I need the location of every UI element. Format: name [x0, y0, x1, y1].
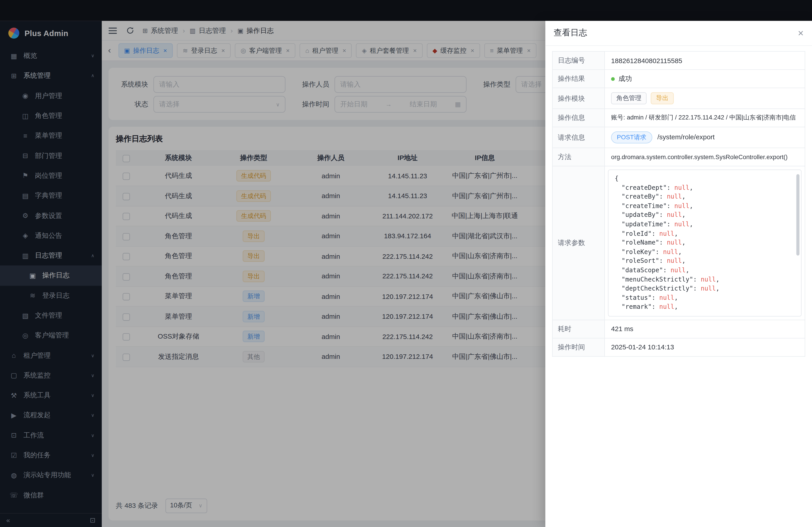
code-key: "roleKey":: [622, 248, 663, 255]
code-comma: ,: [689, 221, 693, 228]
detail-value: 角色管理导出: [605, 88, 805, 109]
detail-value: 账号: admin / 研发部门 / 222.175.114.242 / 中国|…: [605, 109, 805, 127]
detail-label: 操作时间: [552, 338, 605, 356]
code-value: null: [670, 267, 686, 274]
code-line: "dataScope": null,: [615, 266, 795, 275]
log-detail-drawer: 查看日志 × 日志编号1882612840802115585操作结果成功操作模块…: [546, 21, 812, 527]
detail-row-module: 操作模块角色管理导出: [552, 88, 805, 109]
code-comma: ,: [689, 202, 693, 209]
code-value: null: [667, 211, 682, 219]
code-line: "roleName": null,: [615, 239, 795, 248]
code-comma: ,: [689, 184, 693, 191]
code-comma: ,: [682, 239, 686, 246]
code-line: "updateBy": null,: [615, 211, 795, 220]
detail-row-duration: 耗时421 ms: [552, 320, 805, 338]
code-value: null: [675, 184, 690, 191]
code-line: "remark": null,: [615, 303, 795, 312]
code-value: null: [675, 202, 690, 209]
code-value: null: [667, 257, 682, 265]
code-key: "remark":: [622, 303, 659, 311]
code-comma: ,: [716, 285, 720, 292]
code-key: "createTime":: [622, 202, 675, 209]
code-key: "createBy":: [622, 193, 667, 200]
code-comma: ,: [682, 211, 686, 219]
code-line: "roleSort": null,: [615, 257, 795, 266]
code-line: "status": null,: [615, 293, 795, 303]
detail-label: 耗时: [552, 320, 605, 338]
code-key: "updateBy":: [622, 211, 667, 219]
code-line: "roleId": null,: [615, 229, 795, 239]
code-value: null: [659, 303, 675, 311]
http-method-tag: POST请求: [611, 132, 652, 144]
request-url: /system/role/export: [657, 133, 714, 141]
detail-row-request: 请求信息POST请求/system/role/export: [552, 127, 805, 148]
code-line: "deptCheckStrictly": null,: [615, 284, 795, 293]
detail-label: 操作信息: [552, 109, 605, 127]
code-scrollbar[interactable]: [796, 174, 800, 256]
module-tag: 角色管理: [611, 92, 647, 104]
detail-label: 方法: [552, 148, 605, 166]
detail-row-time: 操作时间2025-01-24 10:14:13: [552, 338, 805, 356]
detail-value: POST请求/system/role/export: [605, 127, 805, 148]
detail-row-result: 操作结果成功: [552, 70, 805, 88]
code-line: "menuCheckStrictly": null,: [615, 275, 795, 284]
code-comma: ,: [678, 248, 682, 255]
code-comma: ,: [686, 267, 690, 274]
code-line: {: [615, 174, 795, 183]
drawer-body: 日志编号1882612840802115585操作结果成功操作模块角色管理导出操…: [546, 46, 812, 527]
code-value: null: [659, 294, 675, 301]
code-value: null: [659, 230, 675, 237]
drawer-header: 查看日志 ×: [546, 21, 812, 46]
code-value: null: [701, 276, 716, 283]
detail-value: 421 ms: [605, 320, 805, 338]
code-comma: ,: [675, 303, 678, 311]
close-icon[interactable]: ×: [798, 28, 804, 38]
code-value: null: [675, 221, 690, 228]
code-key: "status":: [622, 294, 659, 301]
code-comma: ,: [682, 193, 686, 200]
code-comma: ,: [675, 294, 678, 301]
log-detail-description: 日志编号1882612840802115585操作结果成功操作模块角色管理导出操…: [552, 51, 805, 357]
detail-value: 2025-01-24 10:14:13: [605, 338, 805, 356]
detail-row-info: 操作信息账号: admin / 研发部门 / 222.175.114.242 /…: [552, 109, 805, 127]
code-key: "roleSort":: [622, 257, 667, 265]
detail-row-log-id: 日志编号1882612840802115585: [552, 51, 805, 70]
code-key: "updateTime":: [622, 221, 675, 228]
detail-row-params: 请求参数{"createDept": null,"createBy": null…: [552, 166, 805, 320]
code-line: "createTime": null,: [615, 202, 795, 211]
code-key: "deptCheckStrictly":: [622, 285, 701, 292]
detail-value: 成功: [605, 70, 805, 88]
status-text: 成功: [619, 75, 632, 82]
detail-value: 1882612840802115585: [605, 51, 805, 70]
code-value: null: [701, 285, 716, 292]
detail-label: 请求信息: [552, 127, 605, 148]
detail-value: {"createDept": null,"createBy": null,"cr…: [605, 166, 805, 320]
code-value: null: [663, 248, 678, 255]
code-line: "createBy": null,: [615, 193, 795, 202]
code-key: "roleId":: [622, 230, 659, 237]
detail-label: 操作模块: [552, 88, 605, 109]
success-dot-icon: [611, 77, 615, 81]
detail-label: 日志编号: [552, 51, 605, 70]
code-key: "dataScope":: [622, 267, 670, 274]
detail-value: org.dromara.system.controller.system.Sys…: [605, 148, 805, 166]
request-params-code[interactable]: {"createDept": null,"createBy": null,"cr…: [608, 169, 801, 316]
module-tag: 导出: [651, 92, 674, 104]
code-key: "createDept":: [622, 184, 675, 191]
code-comma: ,: [675, 230, 678, 237]
code-value: null: [667, 193, 682, 200]
code-line: "updateTime": null,: [615, 220, 795, 229]
code-comma: ,: [716, 276, 720, 283]
app-root: Plus Admin ▦概览∨⊞系统管理∧◉用户管理◫角色管理≡菜单管理⊟部门管…: [0, 0, 812, 527]
detail-label: 操作结果: [552, 70, 605, 88]
code-comma: ,: [682, 257, 686, 265]
code-line: "createDept": null,: [615, 183, 795, 193]
code-key: "menuCheckStrictly":: [622, 276, 701, 283]
log-detail-table: 日志编号1882612840802115585操作结果成功操作模块角色管理导出操…: [552, 51, 805, 356]
code-line: "roleKey": null,: [615, 247, 795, 257]
detail-label: 请求参数: [552, 166, 605, 320]
drawer-title: 查看日志: [554, 28, 587, 39]
code-key: "roleName":: [622, 239, 667, 246]
detail-row-method: 方法org.dromara.system.controller.system.S…: [552, 148, 805, 166]
code-value: null: [667, 239, 682, 246]
